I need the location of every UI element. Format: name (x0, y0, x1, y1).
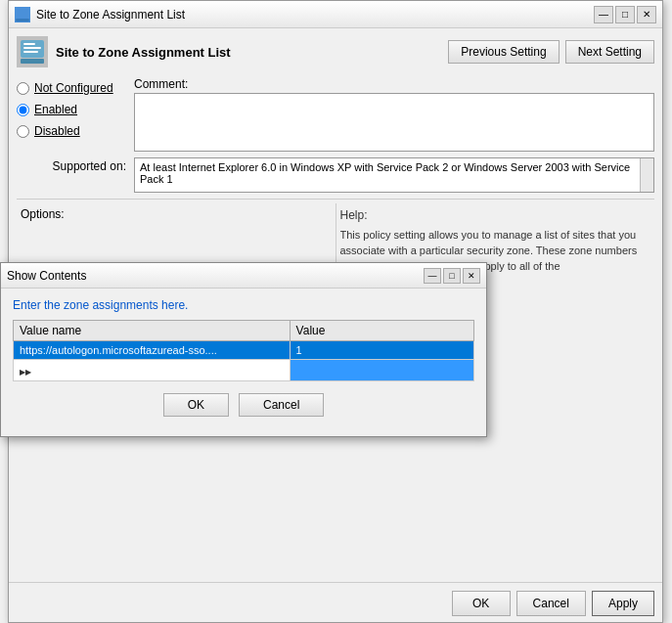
close-button[interactable]: ✕ (637, 6, 656, 23)
ok-button[interactable]: OK (452, 591, 511, 616)
comment-section: Comment: (134, 77, 654, 152)
main-content: Site to Zone Assignment List Previous Se… (9, 28, 662, 280)
supported-row: Supported on: At least Internet Explorer… (17, 157, 654, 193)
table-row-new[interactable] (14, 360, 474, 381)
title-bar: Site to Zone Assignment List — □ ✕ (9, 1, 662, 28)
sub-maximize-button[interactable]: □ (443, 268, 461, 284)
not-configured-label: Not Configured (34, 81, 113, 95)
row-new-value-cell (290, 360, 473, 381)
nav-buttons: Previous Setting Next Setting (448, 40, 654, 64)
radio-disabled-input[interactable] (17, 125, 29, 138)
window-icon (15, 7, 30, 22)
sub-title-controls: — □ ✕ (424, 268, 480, 284)
cancel-button[interactable]: Cancel (516, 591, 586, 616)
minimize-button[interactable]: — (594, 6, 613, 23)
setting-icon (17, 36, 48, 67)
bottom-buttons: OK Cancel Apply (9, 582, 662, 622)
supported-scrollbar[interactable] (640, 158, 653, 192)
title-controls: — □ ✕ (594, 6, 656, 23)
radio-enabled[interactable]: Enabled (17, 103, 134, 116)
radio-enabled-input[interactable] (17, 104, 29, 116)
options-area: Not Configured Enabled Disabled Comment: (17, 77, 654, 152)
next-setting-button[interactable]: Next Setting (565, 40, 654, 64)
sub-ok-button[interactable]: OK (163, 393, 229, 417)
col-value-name: Value name (14, 321, 291, 341)
svg-rect-0 (16, 8, 29, 18)
svg-rect-5 (23, 47, 41, 49)
sub-bottom-buttons: OK Cancel (13, 385, 474, 426)
options-label: Options: (21, 207, 332, 221)
sub-window-title: Show Contents (7, 269, 424, 283)
sub-close-button[interactable]: ✕ (463, 268, 480, 284)
sub-content: Enter the zone assignments here. Value n… (1, 289, 486, 436)
comment-textarea[interactable] (134, 93, 654, 152)
radio-not-configured[interactable]: Not Configured (17, 81, 134, 95)
row-new-name-cell (14, 360, 291, 381)
comment-label: Comment: (134, 77, 654, 91)
enabled-label: Enabled (34, 103, 77, 116)
radio-disabled[interactable]: Disabled (17, 124, 134, 138)
sub-window: Show Contents — □ ✕ Enter the zone assig… (0, 262, 487, 437)
radio-not-configured-input[interactable] (17, 82, 29, 95)
sub-cancel-button[interactable]: Cancel (239, 393, 324, 417)
header-row: Site to Zone Assignment List Previous Se… (17, 36, 654, 67)
col-value: Value (290, 321, 473, 341)
svg-rect-3 (21, 59, 44, 64)
table-header-row: Value name Value (14, 321, 474, 341)
apply-button[interactable]: Apply (592, 591, 654, 616)
help-label: Help: (340, 207, 651, 224)
supported-label: Supported on: (17, 159, 134, 173)
sub-description: Enter the zone assignments here. (13, 298, 474, 312)
radio-group: Not Configured Enabled Disabled (17, 77, 134, 138)
sub-title-bar: Show Contents — □ ✕ (1, 263, 486, 289)
options-help-row: Options: Help: This policy setting allow… (17, 199, 654, 272)
supported-text: At least Internet Explorer 6.0 in Window… (140, 161, 630, 185)
row-name-cell: https://autologon.microsoftazuread-sso..… (14, 341, 291, 360)
maximize-button[interactable]: □ (615, 6, 635, 23)
prev-setting-button[interactable]: Previous Setting (448, 40, 559, 64)
row-value-cell: 1 (290, 341, 473, 360)
setting-title: Site to Zone Assignment List (56, 45, 448, 60)
svg-rect-1 (16, 19, 29, 22)
window-title: Site to Zone Assignment List (36, 8, 594, 22)
svg-rect-6 (23, 51, 38, 53)
disabled-label: Disabled (34, 124, 80, 138)
supported-box: At least Internet Explorer 6.0 in Window… (134, 157, 654, 193)
table-row[interactable]: https://autologon.microsoftazuread-sso..… (14, 341, 474, 360)
svg-rect-4 (23, 43, 35, 45)
zone-table: Value name Value https://autologon.micro… (13, 320, 474, 381)
sub-minimize-button[interactable]: — (424, 268, 441, 284)
